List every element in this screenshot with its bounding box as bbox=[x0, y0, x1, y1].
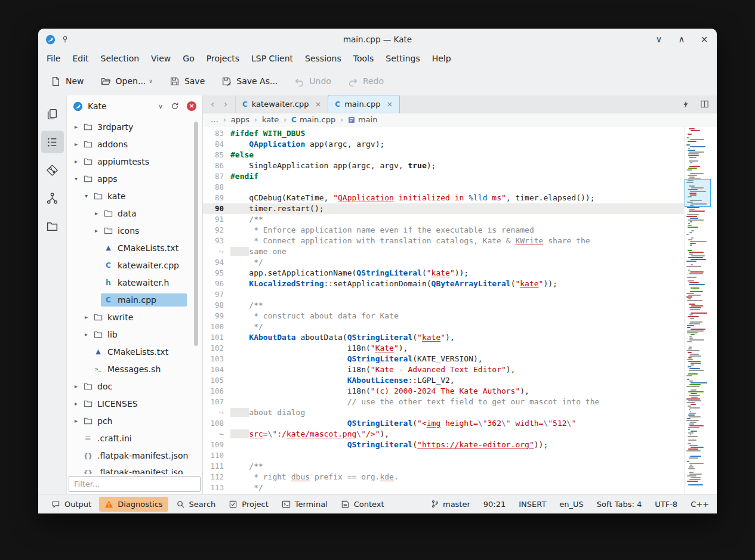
tree-item-kate[interactable]: ▾kate bbox=[67, 187, 202, 205]
status-c[interactable]: C++ bbox=[691, 500, 709, 509]
chevron-down-icon[interactable]: ▾ bbox=[72, 175, 81, 182]
dock-git[interactable] bbox=[41, 159, 64, 181]
code-line[interactable]: 107 // use the other text field to get o… bbox=[203, 397, 684, 407]
tree-item-craft-ini[interactable]: ≡.craft.ini bbox=[67, 429, 202, 447]
menu-go[interactable]: Go bbox=[177, 52, 200, 65]
close-tab-icon[interactable]: × bbox=[315, 100, 321, 109]
tree-item-appiumtests[interactable]: ▸appiumtests bbox=[67, 153, 202, 170]
tree-item-icons[interactable]: ▸icons bbox=[67, 222, 202, 239]
crumb-apps[interactable]: apps bbox=[231, 115, 249, 124]
chevron-right-icon[interactable]: ▸ bbox=[72, 400, 81, 407]
status-utf-8[interactable]: UTF-8 bbox=[655, 500, 677, 509]
code-line[interactable]: 104 i18n("Kate - Advanced Text Editor"), bbox=[203, 364, 684, 375]
code-line[interactable]: 84 QApplication app(argc, argv); bbox=[203, 139, 684, 150]
minimap-viewport[interactable] bbox=[685, 179, 711, 207]
status-soft-tabs-4[interactable]: Soft Tabs: 4 bbox=[597, 500, 642, 509]
menu-file[interactable]: File bbox=[41, 52, 66, 65]
tree-item-katewaiter-cpp[interactable]: Ckatewaiter.cpp bbox=[67, 256, 202, 274]
code-line[interactable]: 83#ifdef WITH_DBUS bbox=[203, 128, 684, 139]
code-line[interactable]: 86 SingleApplication app(argc, argv, tru… bbox=[203, 160, 684, 171]
menu-selection[interactable]: Selection bbox=[95, 52, 146, 65]
code-line[interactable]: 85#else bbox=[203, 150, 684, 160]
chevron-right-icon[interactable]: ▸ bbox=[72, 383, 81, 389]
new-button[interactable]: New bbox=[45, 73, 90, 90]
reload-project-icon[interactable] bbox=[171, 102, 179, 110]
tree-item-flatpak-manifest-jso[interactable]: {}.flatpak-manifest.jso bbox=[67, 464, 202, 474]
crumb-main-cpp[interactable]: Cmain.cpp bbox=[291, 115, 335, 124]
code-line[interactable]: ↪ src=\":/kate/mascot.png\"/>"), bbox=[203, 429, 684, 440]
open-button[interactable]: Open...∨ bbox=[95, 73, 158, 90]
code-line[interactable]: 105 KAboutLicense::LGPL_V2, bbox=[203, 375, 684, 386]
code-line[interactable]: 112 * right dbus prefix == org.kde. bbox=[203, 472, 684, 482]
dock-symbols[interactable] bbox=[41, 187, 64, 209]
chevron-right-icon[interactable]: ▸ bbox=[72, 417, 81, 424]
menu-projects[interactable]: Projects bbox=[201, 52, 245, 65]
statusbar-context[interactable]: Context bbox=[335, 497, 390, 512]
code-line[interactable]: 109 QStringLiteral("https://kate-editor.… bbox=[203, 440, 684, 450]
project-switch-chevron-icon[interactable]: ∨ bbox=[158, 103, 163, 110]
tree-item-pch[interactable]: ▸pch bbox=[67, 412, 202, 429]
quick-open-icon[interactable] bbox=[682, 100, 690, 109]
status-insert[interactable]: INSERT bbox=[519, 500, 546, 509]
code-line[interactable]: 95 app.setApplicationName(QStringLiteral… bbox=[203, 268, 684, 279]
chevron-right-icon[interactable]: ▸ bbox=[72, 141, 81, 147]
tree-item-main-cpp[interactable]: Cmain.cpp bbox=[67, 291, 202, 308]
tree-item-data[interactable]: ▸data bbox=[67, 205, 202, 222]
statusbar-terminal[interactable]: Terminal bbox=[276, 497, 333, 512]
code-line[interactable]: 110 bbox=[203, 450, 684, 461]
tree-item-licenses[interactable]: ▸LICENSES bbox=[67, 395, 202, 412]
tree-item-messages-sh[interactable]: >_Messages.sh bbox=[67, 360, 202, 378]
menu-tools[interactable]: Tools bbox=[347, 52, 380, 65]
statusbar-output[interactable]: Output bbox=[46, 497, 97, 512]
statusbar-diagnostics[interactable]: Diagnostics bbox=[99, 497, 168, 512]
code-line[interactable]: 90 timer.restart(); bbox=[203, 203, 684, 214]
menu-lsp-client[interactable]: LSP Client bbox=[245, 52, 299, 65]
menu-settings[interactable]: Settings bbox=[380, 52, 426, 65]
filter-input[interactable] bbox=[69, 476, 201, 492]
close-project-icon[interactable]: × bbox=[187, 101, 196, 111]
tab-katewaiter-cpp[interactable]: Ckatewaiter.cpp× bbox=[235, 95, 328, 113]
code-line[interactable]: 97 bbox=[203, 289, 684, 300]
save-button[interactable]: Save bbox=[164, 73, 210, 90]
code-line[interactable]: 108 QStringLiteral("<img height=\"362\" … bbox=[203, 418, 684, 429]
crumb-main[interactable]: main bbox=[348, 115, 377, 124]
code-line[interactable]: 102 i18n("Kate"), bbox=[203, 343, 684, 354]
chevron-right-icon[interactable]: ▸ bbox=[72, 158, 81, 165]
menu-sessions[interactable]: Sessions bbox=[299, 52, 347, 65]
menu-help[interactable]: Help bbox=[426, 52, 457, 65]
tree-item-apps[interactable]: ▾apps bbox=[67, 170, 202, 187]
tree-scrollbar[interactable] bbox=[194, 122, 198, 346]
code-line[interactable]: 93 * Connect application with translatio… bbox=[203, 236, 684, 246]
dock-filesystem[interactable] bbox=[41, 215, 64, 237]
titlebar[interactable]: main.cpp — Kate ∨ ∧ × bbox=[38, 29, 717, 50]
minimap-scrollbar[interactable] bbox=[684, 126, 711, 494]
chevron-right-icon[interactable]: ▸ bbox=[92, 210, 101, 216]
crumb-kate[interactable]: kate bbox=[262, 115, 279, 124]
code-line[interactable]: 92 * Enforce application name even if th… bbox=[203, 225, 684, 236]
dock-project[interactable] bbox=[41, 131, 64, 153]
tree-item-katewaiter-h[interactable]: hkatewaiter.h bbox=[67, 274, 202, 291]
dock-documents[interactable] bbox=[41, 103, 64, 125]
code-line[interactable]: 88 bbox=[203, 182, 684, 193]
status-master[interactable]: master bbox=[431, 500, 470, 509]
pin-icon[interactable] bbox=[61, 35, 69, 44]
tree-item-3rdparty[interactable]: ▸3rdparty bbox=[67, 118, 202, 135]
tree-item-kwrite[interactable]: ▸kwrite bbox=[67, 308, 202, 326]
chevron-right-icon[interactable]: ▸ bbox=[72, 123, 81, 130]
code-line[interactable]: 99 * construct about data for Kate bbox=[203, 311, 684, 321]
code-line[interactable]: 106 i18n("(c) 2000-2024 The Kate Authors… bbox=[203, 386, 684, 397]
chevron-right-icon[interactable]: ▸ bbox=[92, 227, 101, 234]
chevron-right-icon[interactable]: ▸ bbox=[82, 331, 91, 338]
save-as-button[interactable]: Save As... bbox=[216, 73, 283, 90]
status-90-21[interactable]: 90:21 bbox=[483, 500, 506, 509]
menu-edit[interactable]: Edit bbox=[66, 52, 94, 65]
crumb-item[interactable]: … bbox=[211, 115, 218, 124]
tree-item-cmakelists-txt[interactable]: ▲CMakeLists.txt bbox=[67, 343, 202, 360]
tree-item-cmakelists-txt[interactable]: ▲CMakeLists.txt bbox=[67, 239, 202, 256]
code-line[interactable]: 96 KLocalizedString::setApplicationDomai… bbox=[203, 279, 684, 289]
code-line[interactable]: 103 QStringLiteral(KATE_VERSION), bbox=[203, 354, 684, 364]
code-line[interactable]: ↪ same one bbox=[203, 246, 684, 257]
code-line[interactable]: 100 */ bbox=[203, 321, 684, 332]
code-line[interactable]: 113 */ bbox=[203, 482, 684, 493]
minimize-button[interactable]: ∨ bbox=[654, 34, 664, 45]
